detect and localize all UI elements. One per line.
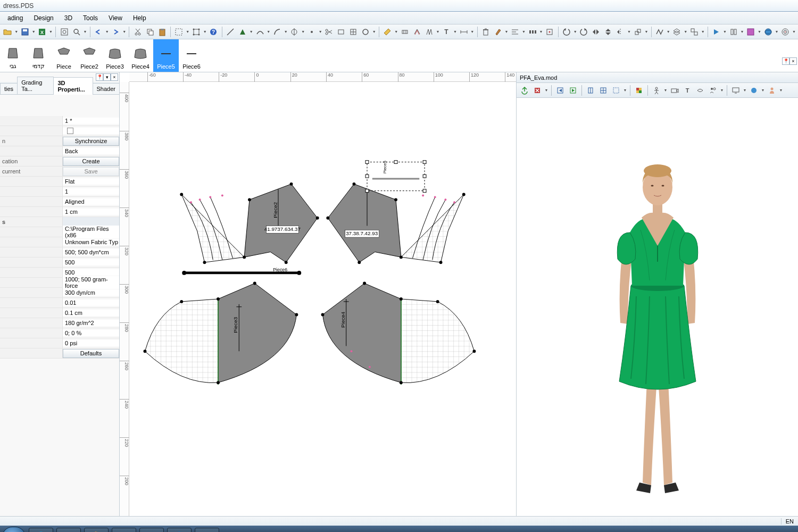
display-icon[interactable] xyxy=(730,85,742,96)
panel-dropdown-icon[interactable]: ▾ xyxy=(103,73,111,81)
seam-icon[interactable] xyxy=(411,26,422,38)
property-value[interactable]: Flat xyxy=(63,178,119,185)
dropdown-icon[interactable]: ▼ xyxy=(318,30,322,34)
property-value[interactable]: 180 gr/m^2 xyxy=(63,320,119,326)
dropdown-icon[interactable]: ▼ xyxy=(792,30,796,34)
menu-tools[interactable]: Tools xyxy=(78,13,103,23)
tab-3d-properties[interactable]: 3D Properti... xyxy=(53,77,93,95)
distribute-icon[interactable] xyxy=(527,26,538,38)
dropdown-icon[interactable]: ▼ xyxy=(284,30,288,34)
view-wire-icon[interactable] xyxy=(610,85,622,96)
property-value[interactable]: 0.01 xyxy=(63,300,119,306)
dropdown-icon[interactable]: ▼ xyxy=(775,30,779,34)
shape-tool-icon[interactable] xyxy=(237,26,248,38)
flip-h-icon[interactable] xyxy=(591,26,602,38)
pattern-piece-bar[interactable]: Piece6 xyxy=(182,267,301,275)
globe-icon[interactable] xyxy=(762,26,774,38)
panel-close-icon[interactable]: × xyxy=(789,57,797,65)
render-icon[interactable] xyxy=(748,85,760,96)
dropdown-icon[interactable]: ▼ xyxy=(14,30,19,34)
paste-icon[interactable] xyxy=(156,26,168,38)
taskbar-app-generic[interactable] xyxy=(195,528,219,532)
property-button[interactable]: Synchronize xyxy=(63,137,119,146)
text-3d-icon[interactable]: T xyxy=(681,85,693,96)
property-button[interactable]: Defaults xyxy=(63,349,119,358)
dropdown-icon[interactable]: ▼ xyxy=(522,30,526,34)
pleat-icon[interactable] xyxy=(423,26,435,38)
property-button[interactable]: Create xyxy=(63,157,119,166)
rotate-left-icon[interactable] xyxy=(561,26,572,38)
property-value[interactable]: 300 dyn/cm xyxy=(63,289,119,296)
dropdown-icon[interactable]: ▼ xyxy=(31,30,36,34)
dropdown-icon[interactable]: ▼ xyxy=(720,88,724,92)
start-button[interactable] xyxy=(2,527,26,532)
property-value[interactable]: 1 cm xyxy=(63,209,119,215)
dropdown-icon[interactable]: ▼ xyxy=(644,30,649,34)
panel-pin-icon[interactable]: 📍 xyxy=(782,57,789,65)
drawing-stage[interactable]: 41.9737.634.37 Piece2 xyxy=(129,82,516,516)
pattern-piece-lower-right[interactable]: Piece4 xyxy=(321,282,476,385)
property-value[interactable]: 0 psi xyxy=(63,340,119,346)
copy-icon[interactable] xyxy=(144,26,155,38)
panel-pin-icon[interactable]: 📍 xyxy=(96,73,103,81)
dropdown-icon[interactable]: ▼ xyxy=(666,30,670,34)
dropdown-icon[interactable]: ▼ xyxy=(758,30,762,34)
tab-shader[interactable]: Shader xyxy=(93,83,120,94)
avatar-icon[interactable] xyxy=(766,85,778,96)
taskbar-app-chrome[interactable] xyxy=(84,528,109,532)
property-value[interactable]: C:\Program Files (x86 xyxy=(63,226,119,238)
menu-view[interactable]: View xyxy=(103,13,128,23)
view-front-icon[interactable] xyxy=(585,85,596,96)
taskbar-app-scissors[interactable] xyxy=(112,528,136,532)
excel-icon[interactable]: X xyxy=(37,26,48,38)
menu-design[interactable]: Design xyxy=(28,13,59,23)
view-grid-icon[interactable] xyxy=(597,85,609,96)
point-tool-icon[interactable] xyxy=(306,26,317,38)
redo-icon[interactable] xyxy=(110,26,121,38)
brush-icon[interactable] xyxy=(492,26,503,38)
menu-help[interactable]: Help xyxy=(128,13,152,23)
measure-3d-icon[interactable] xyxy=(694,85,706,96)
taskbar-app-explorer[interactable] xyxy=(56,528,81,532)
prev-frame-icon[interactable] xyxy=(554,85,566,96)
dropdown-icon[interactable]: ▼ xyxy=(83,30,87,34)
pattern-piece-upper-left[interactable]: 41.9737.634.37 Piece2 xyxy=(180,182,319,264)
avatar-pose-icon[interactable] xyxy=(651,85,662,96)
dropdown-icon[interactable]: ▼ xyxy=(372,30,376,34)
cut-icon[interactable] xyxy=(132,26,143,38)
transform-icon[interactable] xyxy=(190,26,202,38)
group-icon[interactable] xyxy=(688,26,700,38)
line-tool-icon[interactable] xyxy=(225,26,236,38)
curve-tool-icon[interactable] xyxy=(254,26,265,38)
marker-icon[interactable] xyxy=(728,26,739,38)
zoom-fit-icon[interactable] xyxy=(59,26,70,38)
dropdown-icon[interactable]: ▼ xyxy=(122,30,127,34)
piece-thumb-Piece5[interactable]: Piece5 xyxy=(153,39,179,72)
property-value[interactable]: 1 * xyxy=(63,118,119,124)
scissors-tool-icon[interactable] xyxy=(323,26,335,38)
dropdown-icon[interactable]: ▼ xyxy=(186,30,190,34)
dropdown-icon[interactable]: ▼ xyxy=(105,30,109,34)
dropdown-icon[interactable]: ▼ xyxy=(627,30,631,34)
grid-tool-icon[interactable] xyxy=(348,26,359,38)
dropdown-icon[interactable]: ▼ xyxy=(623,88,627,92)
tab-properties[interactable]: ties xyxy=(0,83,18,94)
dropdown-icon[interactable]: ▼ xyxy=(504,30,509,34)
dropdown-icon[interactable]: ▼ xyxy=(394,30,398,34)
property-value[interactable]: 1000; 500 gram-force xyxy=(63,276,119,289)
property-value[interactable] xyxy=(63,128,119,134)
play-sim-icon[interactable] xyxy=(567,85,579,96)
snap-icon[interactable] xyxy=(544,26,555,38)
open-icon[interactable] xyxy=(2,26,13,38)
dropdown-icon[interactable]: ▼ xyxy=(453,30,458,34)
dropdown-icon[interactable]: ▼ xyxy=(573,30,577,34)
scale-icon[interactable] xyxy=(632,26,643,38)
3d-viewport[interactable] xyxy=(517,98,798,516)
property-value[interactable]: Aligned xyxy=(63,198,119,205)
dimension-icon[interactable] xyxy=(458,26,469,38)
camera-icon[interactable] xyxy=(669,85,680,96)
fabric-icon[interactable] xyxy=(745,26,757,38)
dropdown-icon[interactable]: ▼ xyxy=(250,30,254,34)
compass-tool-icon[interactable] xyxy=(289,26,300,38)
rotate-right-icon[interactable] xyxy=(578,26,589,38)
